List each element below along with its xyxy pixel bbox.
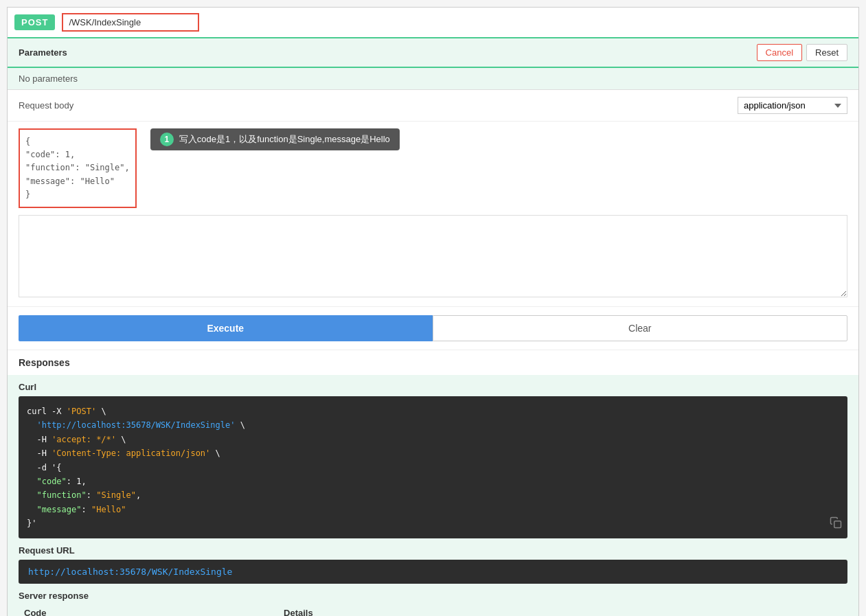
curl-line-6: "code": 1, [27, 475, 839, 488]
code-line-1: { [25, 135, 130, 148]
details-col-header: Details [278, 605, 847, 616]
tooltip-number: 1 [160, 133, 174, 146]
clear-button[interactable]: Clear [433, 315, 848, 341]
curl-line-4: -H 'Content-Type: application/json' \ [27, 446, 839, 460]
code-line-4: "message": "Hello" [25, 175, 130, 188]
request-body-label: Request body [19, 100, 73, 111]
method-badge: POST [14, 14, 55, 30]
url-input[interactable] [62, 13, 199, 32]
response-table: Code Details 200 Response body OK [19, 605, 847, 616]
request-url-label: Request URL [19, 545, 847, 556]
execute-button[interactable]: Execute [19, 315, 433, 341]
code-line-2: "code": 1, [25, 148, 130, 161]
reset-button[interactable]: Reset [806, 44, 847, 61]
action-buttons: Execute Clear [8, 307, 858, 350]
server-response-label: Server response [19, 591, 847, 601]
code-editor-container: { "code": 1, "function": "Single", "mess… [8, 122, 858, 307]
request-body-textarea[interactable] [19, 215, 847, 297]
curl-line-2: 'http://localhost:35678/WSK/IndexSingle'… [27, 418, 839, 432]
cancel-button[interactable]: Cancel [757, 44, 802, 61]
curl-line-1: curl -X 'POST' \ [27, 404, 839, 418]
code-tooltip-row: { "code": 1, "function": "Single", "mess… [19, 128, 847, 208]
content-type-select[interactable]: application/json [738, 97, 847, 114]
code-col-header: Code [19, 605, 278, 616]
curl-line-7: "function": "Single", [27, 488, 839, 502]
code-box: { "code": 1, "function": "Single", "mess… [19, 128, 137, 208]
curl-line-9: }' [27, 516, 839, 530]
curl-block: curl -X 'POST' \ 'http://localhost:35678… [19, 396, 847, 539]
parameters-header: Parameters [19, 47, 67, 58]
request-body-header: Request body application/json [8, 90, 858, 122]
top-bar: POST [8, 8, 858, 38]
curl-label: Curl [19, 382, 847, 392]
svg-rect-0 [834, 521, 841, 528]
curl-line-3: -H 'accept: */*' \ [27, 433, 839, 446]
code-line-5: } [25, 188, 130, 201]
curl-line-5: -d '{ [27, 461, 839, 475]
response-section: Curl curl -X 'POST' \ 'http://localhost:… [8, 375, 858, 616]
tooltip-bubble: 1 写入code是1，以及function是Single,message是Hel… [150, 128, 400, 150]
top-actions: Cancel Reset [757, 44, 847, 61]
code-line-3: "function": "Single", [25, 161, 130, 174]
curl-line-8: "message": "Hello" [27, 503, 839, 516]
tooltip-text: 写入code是1，以及function是Single,message是Hello [179, 133, 390, 146]
responses-header: Responses [8, 350, 858, 375]
copy-curl-icon[interactable] [830, 516, 842, 533]
no-params-text: No parameters [8, 68, 858, 90]
request-url-block: http://localhost:35678/WSK/IndexSingle [19, 560, 847, 584]
api-panel: POST Parameters Cancel Reset No paramete… [7, 7, 859, 616]
